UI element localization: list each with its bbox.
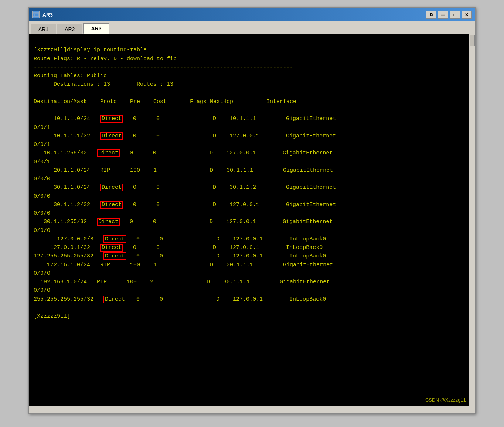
- route-iface-7: 0/0/0: [34, 228, 50, 234]
- proto-direct-13: Direct: [103, 296, 126, 303]
- route-iface-1: 0/0/1: [34, 124, 50, 131]
- route-row-13: 255.255.255.255/32 Direct 0 0 D 127.0.0.…: [34, 296, 326, 303]
- proto-direct-1: Direct: [100, 115, 123, 123]
- route-iface-4: 0/0/0: [34, 176, 50, 182]
- route-row-12: 192.168.1.0/24 RIP 100 2 D 30.1.1.1 Giga…: [34, 279, 330, 285]
- tab-ar2[interactable]: AR2: [57, 24, 82, 34]
- terminal-blank2: [34, 107, 37, 113]
- tab-ar3[interactable]: AR3: [83, 23, 109, 34]
- restore-button[interactable]: ⧉: [426, 11, 436, 19]
- terminal-separator: ----------------------------------------…: [34, 64, 293, 71]
- terminal-blank3: [34, 305, 37, 311]
- terminal-routing-tables: Routing Tables: Public: [34, 73, 107, 79]
- minimize-button[interactable]: —: [438, 11, 448, 19]
- proto-direct-5: Direct: [100, 184, 123, 191]
- route-row-7: 30.1.1.255/32 Direct 0 0 D 127.0.0.1 Gig…: [34, 218, 333, 226]
- proto-direct-8: Direct: [103, 235, 126, 243]
- maximize-button[interactable]: □: [450, 11, 460, 19]
- proto-direct-6: Direct: [100, 201, 123, 209]
- tab-ar1[interactable]: AR1: [31, 24, 56, 34]
- route-iface-5: 0/0/0: [34, 193, 50, 199]
- route-row-3: 10.1.1.255/32 Direct 0 0 D 127.0.0.1 Gig…: [34, 149, 333, 157]
- route-row-4: 20.1.1.0/24 RIP 100 1 D 30.1.1.1 Gigabit…: [34, 167, 333, 174]
- tab-bar: AR1 AR2 AR3: [29, 21, 475, 34]
- proto-direct-9: Direct: [100, 244, 123, 252]
- title-bar-left: AR3: [32, 11, 53, 18]
- route-iface-6: 0/0/0: [34, 210, 50, 216]
- route-iface-11: 0/0/0: [34, 270, 50, 277]
- terminal-destinations: Destinations : 13 Routes : 13: [34, 81, 173, 88]
- route-iface-3: 0/0/1: [34, 159, 50, 165]
- proto-direct-3: Direct: [97, 149, 120, 157]
- title-bar: AR3 ⧉ — □ ✕: [29, 8, 475, 21]
- route-row-11: 172.16.1.0/24 RIP 100 1 D 30.1.1.1 Gigab…: [34, 262, 333, 268]
- route-row-8: 127.0.0.0/8 Direct 0 0 D 127.0.0.1 InLoo…: [34, 235, 326, 243]
- terminal-header: Destination/Mask Proto Pre Cost Flags Ne…: [34, 99, 296, 105]
- window-title: AR3: [42, 12, 53, 18]
- terminal-line-prompt1: [Xzzzz9ll]display ip routing-table: [34, 47, 147, 53]
- terminal-blank1: [34, 90, 37, 96]
- main-window: AR3 ⧉ — □ ✕ AR1 AR2 AR3 [Xzzzz9ll]displa…: [28, 7, 476, 414]
- terminal-final-prompt: [Xzzzzz9ll]: [34, 313, 70, 320]
- route-row-2: 10.1.1.1/32 Direct 0 0 D 127.0.0.1 Gigab…: [34, 132, 336, 140]
- terminal-content: [Xzzzz9ll]display ip routing-table Route…: [34, 37, 470, 329]
- terminal-area: [Xzzzz9ll]display ip routing-table Route…: [29, 34, 475, 406]
- proto-direct-7: Direct: [97, 218, 120, 226]
- route-iface-12: 0/0/0: [34, 287, 50, 294]
- status-bar: [29, 406, 475, 413]
- route-row-10: 127.255.255.255/32 Direct 0 0 D 127.0.0.…: [34, 252, 326, 260]
- proto-direct-10: Direct: [103, 252, 126, 260]
- watermark: CSDN @Xzzzzg11: [425, 397, 466, 403]
- route-row-9: 127.0.0.1/32 Direct 0 0 D 127.0.0.1 InLo…: [34, 244, 323, 252]
- route-row-5: 30.1.1.0/24 Direct 0 0 D 30.1.1.2 Gigabi…: [34, 184, 336, 191]
- window-icon: [32, 11, 40, 18]
- scrollbar[interactable]: [469, 34, 475, 406]
- svg-rect-2: [34, 14, 35, 16]
- proto-direct-2: Direct: [100, 132, 123, 140]
- route-row-1: 10.1.1.0/24 Direct 0 0 D 10.1.1.1 Gigabi…: [34, 115, 336, 123]
- terminal-line-flags: Route Flags: R - relay, D - download to …: [34, 56, 177, 62]
- route-row-6: 30.1.1.2/32 Direct 0 0 D 127.0.0.1 Gigab…: [34, 201, 336, 209]
- title-bar-controls: ⧉ — □ ✕: [426, 11, 472, 19]
- route-iface-2: 0/0/1: [34, 141, 50, 148]
- close-button[interactable]: ✕: [462, 11, 472, 19]
- scrollbar-thumb[interactable]: [470, 35, 475, 46]
